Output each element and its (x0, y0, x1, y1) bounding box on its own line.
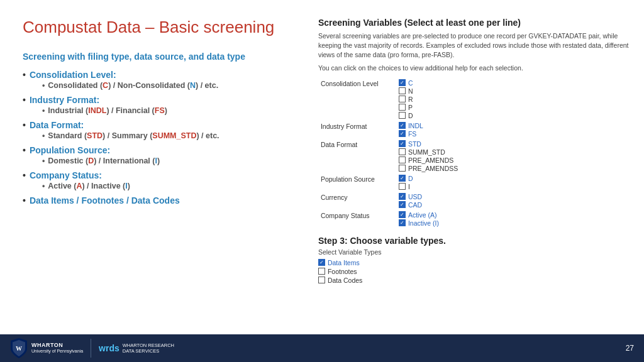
dataformat-label: Data Format (318, 139, 394, 173)
bullet-dataformat: Data Format: Standard (STD) / Summary (S… (23, 120, 298, 141)
cb-footnotes-box[interactable] (318, 268, 325, 275)
cb-n[interactable]: N (399, 87, 627, 95)
cb-usd[interactable]: USD (399, 193, 627, 200)
cb-p-box[interactable] (399, 104, 406, 111)
cb-pre-amendss[interactable]: PRE_AMENDSS (399, 165, 627, 172)
footer: W WHARTON University of Pennsylvania wrd… (0, 334, 644, 362)
companystatus-checkboxes: Active (A) Inactive (I) (399, 211, 627, 227)
cb-r[interactable]: R (399, 96, 627, 103)
page-title: Compustat Data – Basic screening (23, 18, 298, 37)
bullet-list: Consolidation Level: Consolidated (C) / … (23, 70, 298, 206)
industry-checkboxes: INDL FS (399, 122, 627, 138)
cb-c[interactable]: C (399, 79, 627, 87)
bullet-dataformat-label: Data Format: (30, 120, 84, 130)
cb-p[interactable]: P (399, 104, 627, 111)
row-companystatus: Company Status Active (A) Inactive (I) (318, 210, 630, 228)
cb-c-box[interactable] (399, 79, 406, 86)
cb-inactive[interactable]: Inactive (I) (399, 219, 627, 227)
cb-summ-std[interactable]: SUMM_STD (399, 148, 627, 156)
wrds-sub-text: WHARTON RESEARCH DATA SERVICES (123, 343, 174, 354)
cb-std-box[interactable] (399, 140, 406, 147)
cb-r-box[interactable] (399, 96, 406, 102)
cb-indl[interactable]: INDL (399, 122, 627, 129)
right-panel: Screening Variables (Select at least one… (318, 18, 630, 324)
cb-datacodes-box[interactable] (318, 277, 325, 283)
bullet-industry-label: Industry Format: (30, 95, 99, 105)
sub-industry: Industrial (INDL) / Financial (FS) (30, 106, 167, 115)
population-checkboxes: D I (399, 175, 627, 190)
cb-dataitems[interactable]: Data Items (318, 259, 630, 266)
cb-pre-amendss-box[interactable] (399, 165, 406, 172)
cb-cad[interactable]: CAD (399, 201, 627, 209)
screening-table: Consolidation Level C N (318, 78, 630, 228)
bullet-dataitems-label: Data Items / Footnotes / Data Codes (30, 195, 180, 206)
currency-label: Currency (318, 192, 394, 210)
cb-datacodes[interactable]: Data Codes (318, 277, 630, 284)
wharton-logo: W WHARTON University of Pennsylvania (10, 337, 83, 359)
bullet-companystatus-label: Company Status: (30, 170, 102, 180)
bullet-companystatus: Company Status: Active (A) / Inactive (I… (23, 170, 298, 192)
cb-active-box[interactable] (399, 211, 406, 218)
footer-separator (91, 339, 91, 358)
cb-pre-amends-box[interactable] (399, 156, 406, 163)
sub-consolidation-item: Consolidated (C) / Non-Consolidated (N) … (42, 81, 218, 90)
wrds-text: wrds (99, 343, 119, 353)
cb-fs[interactable]: FS (399, 130, 627, 138)
cb-active[interactable]: Active (A) (399, 211, 627, 219)
consolidation-checkboxes: C N R P (399, 79, 627, 119)
cb-inactive-box[interactable] (399, 219, 406, 226)
cb-summ-std-box[interactable] (399, 148, 406, 155)
wharton-text: WHARTON University of Pennsylvania (31, 342, 83, 354)
screening-title: Screening Variables (Select at least one… (318, 18, 630, 28)
cb-d-consol[interactable]: D (399, 112, 627, 119)
row-dataformat: Data Format STD SUMM_STD (318, 139, 630, 173)
industry-label: Industry Format (318, 121, 394, 139)
cb-n-box[interactable] (399, 87, 406, 94)
population-label: Population Source (318, 173, 394, 192)
sub-industry-item: Industrial (INDL) / Financial (FS) (42, 106, 167, 115)
cb-std[interactable]: STD (399, 140, 627, 148)
cb-indl-box[interactable] (399, 122, 406, 129)
footer-left: W WHARTON University of Pennsylvania wrd… (10, 337, 174, 359)
row-currency: Currency USD CAD (318, 192, 630, 210)
cb-i-pop[interactable]: I (399, 183, 627, 190)
cb-d-pop-box[interactable] (399, 175, 406, 182)
left-panel: Compustat Data – Basic screening Screeni… (23, 18, 298, 324)
bullet-consolidation-label: Consolidation Level: (30, 70, 116, 80)
screening-desc1: Several screening variables are pre-sele… (318, 31, 630, 60)
main-content: Compustat Data – Basic screening Screeni… (0, 0, 644, 334)
sub-consolidation: Consolidated (C) / Non-Consolidated (N) … (30, 81, 218, 90)
screening-desc2: You can click on the choices to view add… (318, 64, 630, 72)
cb-dataitems-box[interactable] (318, 259, 325, 266)
cb-cad-box[interactable] (399, 201, 406, 208)
consolidation-label: Consolidation Level (318, 78, 394, 121)
bullet-dataitems: Data Items / Footnotes / Data Codes (23, 195, 298, 206)
dataformat-checkboxes: STD SUMM_STD PRE_AMENDS (399, 140, 627, 172)
wharton-shield-icon: W (10, 337, 28, 359)
step3-title: Step 3: Choose variable types. (318, 236, 630, 246)
cb-footnotes[interactable]: Footnotes (318, 268, 630, 275)
section-subtitle: Screening with filing type, data source,… (23, 51, 298, 63)
bullet-population-label: Population Source: (30, 145, 110, 155)
sub-companystatus: Active (A) / Inactive (I) (30, 182, 130, 190)
cb-i-pop-box[interactable] (399, 183, 406, 190)
row-consolidation: Consolidation Level C N (318, 78, 630, 121)
cb-pre-amends[interactable]: PRE_AMENDS (399, 156, 627, 164)
bullet-industry: Industry Format: Industrial (INDL) / Fin… (23, 95, 298, 116)
sub-dataformat-item: Standard (STD) / Summary (SUMM_STD) / et… (42, 131, 219, 140)
wrds-logo: wrds WHARTON RESEARCH DATA SERVICES (99, 343, 174, 354)
sub-companystatus-item: Active (A) / Inactive (I) (42, 182, 130, 190)
sub-dataformat: Standard (STD) / Summary (SUMM_STD) / et… (30, 131, 219, 140)
step3-items: Data Items Footnotes Data Codes (318, 259, 630, 284)
cb-fs-box[interactable] (399, 130, 406, 137)
sub-population: Domestic (D) / International (I) (30, 156, 160, 165)
companystatus-label: Company Status (318, 210, 394, 228)
svg-text:W: W (16, 345, 22, 352)
footer-page-number: 27 (626, 344, 634, 353)
row-population: Population Source D I (318, 173, 630, 192)
cb-d-consol-box[interactable] (399, 112, 406, 119)
cb-usd-box[interactable] (399, 193, 406, 200)
bullet-consolidation: Consolidation Level: Consolidated (C) / … (23, 70, 298, 91)
cb-d-pop[interactable]: D (399, 175, 627, 182)
step3-sub: Select Variable Types (318, 248, 630, 256)
